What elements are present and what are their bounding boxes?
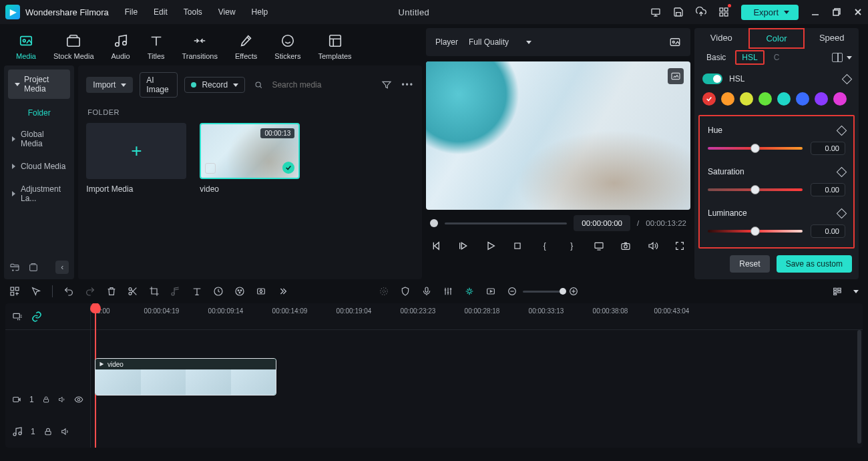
crop-icon[interactable] [149, 286, 160, 297]
zoom-out-icon[interactable] [507, 286, 517, 297]
more-tools-icon[interactable] [277, 286, 288, 297]
tab-effects[interactable]: Effects [235, 33, 257, 60]
menu-tools[interactable]: Tools [184, 7, 202, 17]
subtab-hsl[interactable]: HSL [735, 50, 764, 65]
search-input[interactable] [269, 76, 375, 94]
play-button[interactable] [484, 239, 497, 253]
mute-icon[interactable] [58, 395, 66, 404]
play-loop-button[interactable] [457, 239, 470, 253]
menu-help[interactable]: Help [252, 7, 268, 17]
auto-ripple-icon[interactable] [464, 286, 475, 297]
speed-tool-icon[interactable] [213, 286, 224, 297]
tab-color[interactable]: Color [748, 28, 805, 49]
mute-icon[interactable] [61, 427, 70, 436]
timeline-scrollbar[interactable] [857, 330, 861, 444]
window-maximize-button[interactable] [832, 7, 841, 17]
sidebar-active-folder[interactable]: Folder [4, 103, 74, 123]
hsl-color-yellow[interactable] [740, 92, 753, 106]
device-icon[interactable] [650, 7, 661, 17]
keyframe-icon[interactable] [842, 73, 853, 84]
sidebar-item-cloud[interactable]: Cloud Media [4, 155, 74, 178]
quality-dropdown[interactable]: Full Quality [469, 37, 531, 47]
window-close-button[interactable] [853, 7, 863, 17]
color-tool-icon[interactable] [234, 286, 245, 297]
time-position[interactable]: 00:00:00:00 [574, 215, 630, 231]
timeline-options-icon[interactable] [9, 286, 20, 297]
tab-audio[interactable]: Audio [112, 33, 130, 60]
preview-viewport[interactable] [426, 61, 690, 210]
keyframe-icon[interactable] [837, 166, 847, 177]
cloud-upload-icon[interactable] [696, 7, 706, 17]
hsl-color-aqua[interactable] [777, 92, 791, 106]
tab-stickers[interactable]: Stickers [274, 33, 300, 60]
save-custom-button[interactable]: Save as custom [777, 255, 852, 273]
snapshot-button[interactable] [619, 239, 632, 253]
split-icon[interactable] [128, 286, 138, 297]
sidebar-item-global[interactable]: Global Media [4, 123, 74, 155]
hsl-color-red[interactable] [702, 92, 716, 106]
chevron-down-icon[interactable] [853, 290, 859, 293]
sat-value[interactable]: 0.00 [811, 183, 845, 196]
music-beat-icon[interactable] [170, 286, 181, 297]
hsl-color-magenta[interactable] [833, 92, 847, 106]
window-minimize-button[interactable] [811, 7, 820, 17]
select-tool-icon[interactable] [31, 286, 41, 297]
sidebar-header[interactable]: Project Media [8, 69, 70, 99]
timeline-ruler[interactable]: 00:00 00:00:04:19 00:00:09:14 00:00:14:0… [91, 303, 863, 330]
mark-out-button[interactable]: } [565, 239, 578, 253]
link-icon[interactable] [31, 311, 43, 323]
progress-handle[interactable] [430, 219, 438, 227]
snapshot-folder-icon[interactable] [669, 36, 681, 48]
delete-icon[interactable] [106, 286, 117, 297]
clip-add-icon[interactable] [205, 163, 216, 174]
sat-slider[interactable] [708, 188, 803, 191]
new-bin-icon[interactable] [28, 262, 39, 273]
filter-icon[interactable] [381, 80, 392, 90]
clip-thumbnail[interactable]: 00:00:13 [200, 123, 300, 179]
visibility-icon[interactable] [74, 394, 83, 405]
stop-button[interactable] [511, 239, 524, 253]
keyframe-tool-icon[interactable] [256, 286, 266, 297]
hsl-color-purple[interactable] [815, 92, 828, 106]
subtab-more[interactable]: C [769, 50, 785, 65]
subtab-basic[interactable]: Basic [701, 50, 731, 65]
chevron-down-icon[interactable] [847, 56, 852, 59]
tab-transitions[interactable]: Transitions [182, 33, 218, 60]
tab-speed[interactable]: Speed [805, 28, 859, 49]
keyframe-icon[interactable] [837, 125, 847, 136]
preview-overlay-icon[interactable] [668, 68, 684, 84]
sidebar-collapse-button[interactable]: ‹ [55, 261, 69, 274]
hue-value[interactable]: 0.00 [811, 142, 845, 155]
text-tool-icon[interactable] [192, 286, 202, 297]
progress-track[interactable] [445, 222, 567, 224]
keyframe-icon[interactable] [837, 208, 847, 218]
tab-titles[interactable]: Titles [148, 33, 165, 60]
undo-icon[interactable] [63, 286, 74, 297]
mixer-icon[interactable] [443, 286, 453, 297]
lock-icon[interactable] [42, 395, 50, 404]
tab-templates[interactable]: Templates [318, 33, 351, 60]
tab-stock[interactable]: Stock Media [53, 33, 94, 60]
mark-in-button[interactable]: { [538, 239, 552, 253]
track-layout-icon[interactable] [832, 286, 843, 297]
export-button[interactable]: Export [741, 5, 799, 20]
menu-view[interactable]: View [218, 7, 236, 17]
audio-track-header[interactable]: 1 [5, 416, 90, 448]
more-icon[interactable]: ••• [401, 80, 414, 90]
zoom-in-icon[interactable] [568, 286, 579, 297]
import-dropdown[interactable]: Import [86, 77, 133, 93]
volume-button[interactable] [646, 239, 660, 253]
compare-icon[interactable] [832, 53, 843, 62]
hsl-color-blue[interactable] [796, 92, 809, 106]
timeline-clip[interactable]: video [95, 358, 276, 396]
import-media-card[interactable]: + [86, 123, 186, 179]
save-icon[interactable] [673, 7, 684, 17]
menu-edit[interactable]: Edit [154, 7, 168, 17]
prev-frame-button[interactable] [430, 239, 443, 253]
lock-icon[interactable] [43, 427, 53, 436]
new-folder-icon[interactable] [9, 262, 20, 273]
video-track-header[interactable]: 1 [5, 383, 90, 416]
reset-button[interactable]: Reset [730, 255, 769, 273]
lum-slider[interactable] [708, 230, 803, 233]
zoom-slider[interactable] [523, 291, 563, 293]
